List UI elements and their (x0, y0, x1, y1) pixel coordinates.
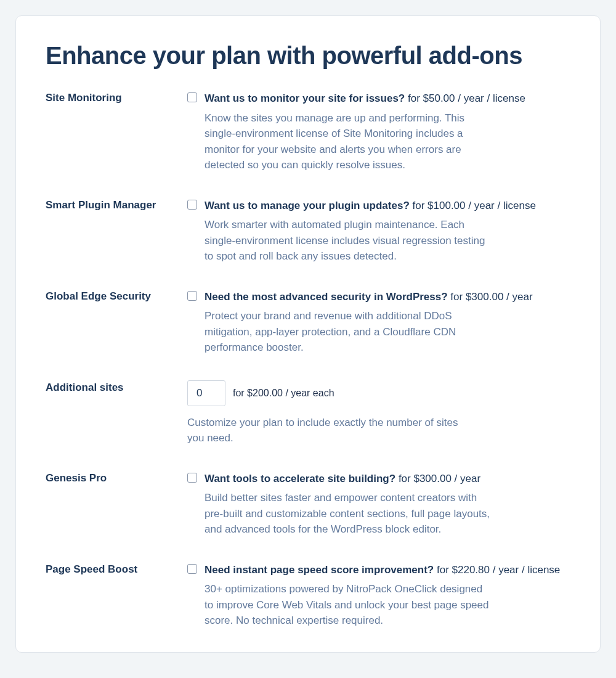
addon-row-global-edge-security: Global Edge Security Need the most advan… (46, 289, 570, 356)
additional-sites-input[interactable] (187, 380, 225, 406)
addon-price: for $200.00 / year each (233, 388, 334, 399)
addon-headline: Want us to manage your plugin updates? f… (205, 198, 570, 214)
addon-question: Want us to manage your plugin updates? (205, 200, 410, 211)
genesis-pro-checkbox[interactable] (187, 473, 197, 483)
addon-name-genesis-pro: Genesis Pro (46, 471, 187, 486)
addon-price: for $100.00 / year / license (413, 200, 536, 211)
addon-name-additional-sites: Additional sites (46, 380, 187, 395)
addon-row-smart-plugin-manager: Smart Plugin Manager Want us to manage y… (46, 198, 570, 264)
addon-question: Need instant page speed score improvemen… (205, 564, 434, 576)
addon-price: for $50.00 / year / license (408, 92, 525, 104)
addon-description: Protect your brand and revenue with addi… (205, 308, 494, 356)
addon-row-site-monitoring: Site Monitoring Want us to monitor your … (46, 91, 570, 173)
addon-headline: Want us to monitor your site for issues?… (205, 91, 570, 107)
addon-headline: Want tools to accelerate site building? … (205, 471, 570, 487)
page-speed-boost-checkbox[interactable] (187, 564, 197, 574)
addon-content: for $200.00 / year each Customize your p… (187, 380, 570, 446)
addon-content: Need instant page speed score improvemen… (205, 562, 570, 629)
addon-content: Want us to monitor your site for issues?… (205, 91, 570, 173)
number-input-wrapper: for $200.00 / year each (187, 380, 570, 406)
addon-headline: Need instant page speed score improvemen… (205, 562, 570, 578)
addon-content: Want us to manage your plugin updates? f… (205, 198, 570, 264)
addon-input-col (187, 471, 205, 483)
addon-input-col (187, 91, 205, 102)
addon-row-additional-sites: Additional sites for $200.00 / year each… (46, 380, 570, 446)
addon-name-smart-plugin-manager: Smart Plugin Manager (46, 198, 187, 213)
smart-plugin-manager-checkbox[interactable] (187, 200, 197, 210)
addon-description: Customize your plan to include exactly t… (187, 415, 477, 446)
addon-input-col (187, 198, 205, 210)
card-title: Enhance your plan with powerful add-ons (46, 42, 570, 70)
addon-price: for $300.00 / year (450, 291, 532, 303)
addon-content: Need the most advanced security in WordP… (205, 289, 570, 356)
site-monitoring-checkbox[interactable] (187, 92, 197, 102)
addon-description: Know the sites you manage are up and per… (205, 110, 494, 173)
addon-description: Build better sites faster and empower co… (205, 490, 494, 537)
addon-input-col (187, 289, 205, 301)
global-edge-security-checkbox[interactable] (187, 291, 197, 301)
addon-description: Work smarter with automated plugin maint… (205, 217, 494, 264)
addon-row-genesis-pro: Genesis Pro Want tools to accelerate sit… (46, 471, 570, 537)
addon-question: Need the most advanced security in WordP… (205, 291, 448, 303)
addon-name-page-speed-boost: Page Speed Boost (46, 562, 187, 577)
addon-price: for $300.00 / year (399, 473, 480, 484)
addon-content: Want tools to accelerate site building? … (205, 471, 570, 537)
addon-name-global-edge-security: Global Edge Security (46, 289, 187, 304)
addon-question: Want us to monitor your site for issues? (205, 92, 405, 104)
addon-description: 30+ optimizations powered by NitroPack O… (205, 581, 494, 629)
addon-headline: Need the most advanced security in WordP… (205, 289, 570, 305)
addon-name-site-monitoring: Site Monitoring (46, 91, 187, 105)
addon-input-col (187, 562, 205, 574)
addon-row-page-speed-boost: Page Speed Boost Need instant page speed… (46, 562, 570, 629)
addons-card: Enhance your plan with powerful add-ons … (15, 15, 601, 653)
addon-question: Want tools to accelerate site building? (205, 473, 395, 484)
addon-price: for $220.80 / year / license (437, 564, 560, 576)
